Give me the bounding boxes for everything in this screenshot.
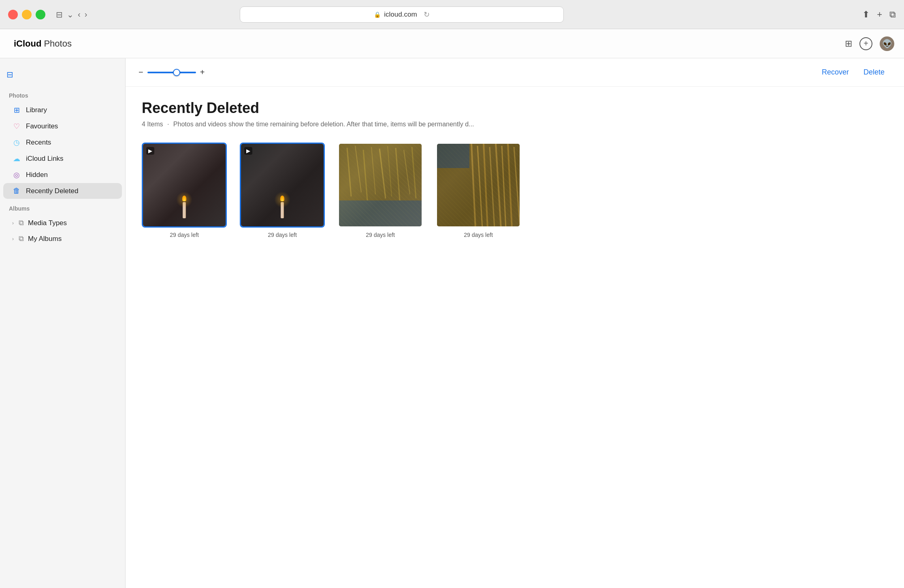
sidebar-chevron[interactable]: ⌄ bbox=[67, 10, 74, 19]
video-badge-1: ▶ bbox=[146, 147, 154, 155]
delete-button[interactable]: Delete bbox=[857, 66, 891, 79]
photo-item-3[interactable]: 29 days left bbox=[338, 143, 423, 238]
sidebar-item-favourites[interactable]: ♡ Favourites bbox=[3, 118, 122, 134]
photo-thumb-4[interactable] bbox=[436, 143, 521, 228]
sidebar-item-media-types[interactable]: › ⧉ Media Types bbox=[3, 215, 122, 231]
photo-bg-2 bbox=[241, 144, 324, 226]
close-button[interactable] bbox=[8, 10, 18, 19]
sidebar-item-my-albums[interactable]: › ⧉ My Albums bbox=[3, 231, 122, 247]
folder-icon-media: ⧉ bbox=[19, 219, 24, 227]
subtitle-desc: Photos and videos show the time remainin… bbox=[173, 121, 474, 128]
new-tab-button[interactable]: + bbox=[877, 9, 882, 20]
photo-thumb-1[interactable]: ▶ bbox=[142, 143, 227, 228]
hay-svg-3 bbox=[339, 144, 423, 228]
lock-icon: 🔒 bbox=[374, 11, 381, 18]
reload-button[interactable]: ↻ bbox=[424, 10, 430, 19]
recover-button[interactable]: Recover bbox=[815, 66, 855, 79]
library-icon: ⊞ bbox=[12, 106, 21, 115]
zoom-out-button[interactable]: − bbox=[139, 68, 143, 77]
sidebar-item-my-albums-label: My Albums bbox=[28, 235, 62, 243]
video-play-icon-1: ▶ bbox=[148, 148, 152, 154]
hay-svg-4 bbox=[437, 144, 521, 228]
sidebar: ⊟ Photos ⊞ Library ♡ Favourites ◷ Recent… bbox=[0, 58, 126, 588]
avatar[interactable]: 👽 bbox=[880, 36, 894, 51]
photo-label-3: 29 days left bbox=[366, 232, 395, 238]
photo-item-4[interactable]: 29 days left bbox=[436, 143, 521, 238]
sidebar-item-library[interactable]: ⊞ Library bbox=[3, 102, 122, 118]
svg-rect-12 bbox=[437, 144, 469, 168]
photo-thumb-2[interactable]: ▶ bbox=[240, 143, 325, 228]
zoom-slider[interactable] bbox=[147, 72, 196, 73]
sidebar-item-recents[interactable]: ◷ Recents bbox=[3, 134, 122, 151]
add-button[interactable]: + bbox=[859, 37, 872, 50]
sidebar-item-hidden[interactable]: ◎ Hidden bbox=[3, 167, 122, 183]
photo-thumb-3[interactable] bbox=[338, 143, 423, 228]
share-button[interactable]: ⬆ bbox=[862, 9, 870, 20]
trash-icon: 🗑 bbox=[12, 187, 21, 195]
photo-bg-4 bbox=[437, 144, 520, 226]
candle-scene-1 bbox=[182, 196, 186, 218]
subtitle-dot: · bbox=[167, 121, 169, 128]
minimize-button[interactable] bbox=[22, 10, 32, 19]
fullscreen-button[interactable] bbox=[36, 10, 45, 19]
photo-grid: ▶ 29 days left bbox=[142, 143, 888, 238]
candle-scene-2 bbox=[280, 196, 284, 218]
app-bar: iCloud Photos ⊞ + 👽 bbox=[0, 29, 904, 58]
tab-overview-button[interactable]: ⧉ bbox=[889, 9, 896, 20]
sidebar-item-recently-deleted[interactable]: 🗑 Recently Deleted bbox=[3, 183, 122, 199]
sidebar-toggle-icon[interactable]: ⊟ bbox=[6, 70, 13, 79]
section-title: Recently Deleted bbox=[142, 100, 888, 117]
video-badge-2: ▶ bbox=[244, 147, 252, 155]
content-area: − + Recover Delete Recently Deleted 4 It… bbox=[126, 58, 904, 588]
eye-slash-icon: ◎ bbox=[12, 170, 21, 179]
app-title-icloud: iCloud bbox=[14, 38, 41, 49]
photo-item-2[interactable]: ▶ 29 days left bbox=[240, 143, 325, 238]
chevron-right-icon: › bbox=[12, 220, 14, 226]
photo-inner-3 bbox=[339, 144, 422, 226]
traffic-lights bbox=[8, 10, 45, 19]
app-bar-right: ⊞ + 👽 bbox=[845, 36, 894, 51]
content-toolbar: − + Recover Delete bbox=[126, 58, 904, 87]
sidebar-item-icloud-links[interactable]: ☁ iCloud Links bbox=[3, 151, 122, 167]
cloud-icon: ☁ bbox=[12, 154, 21, 163]
sidebar-item-recents-label: Recents bbox=[26, 138, 51, 147]
candle-glow-1 bbox=[176, 192, 192, 208]
sidebar-item-media-types-label: Media Types bbox=[28, 219, 67, 227]
section-subtitle: 4 Items · Photos and videos show the tim… bbox=[142, 121, 888, 128]
photo-label-4: 29 days left bbox=[464, 232, 493, 238]
photo-item-1[interactable]: ▶ 29 days left bbox=[142, 143, 227, 238]
app-title-photos: Photos bbox=[44, 38, 72, 49]
photo-label-1: 29 days left bbox=[170, 232, 199, 238]
photo-inner-2: ▶ bbox=[241, 144, 324, 226]
sidebar-item-hidden-label: Hidden bbox=[26, 171, 48, 179]
sidebar-top: ⊟ bbox=[0, 66, 125, 86]
photos-section-label: Photos bbox=[0, 86, 125, 102]
grid-view-icon[interactable]: ⊞ bbox=[845, 38, 852, 49]
albums-section-label: Albums bbox=[0, 199, 125, 215]
sidebar-toggle-browser[interactable]: ⊟ bbox=[56, 10, 63, 19]
photo-bg-3 bbox=[339, 144, 422, 226]
folder-icon-albums: ⧉ bbox=[19, 234, 24, 243]
zoom-slider-thumb[interactable] bbox=[173, 69, 180, 76]
sidebar-item-icloud-links-label: iCloud Links bbox=[26, 155, 64, 163]
forward-button[interactable]: › bbox=[85, 10, 87, 19]
chevron-right-icon-albums: › bbox=[12, 236, 14, 242]
back-button[interactable]: ‹ bbox=[78, 10, 81, 19]
content-body: Recently Deleted 4 Items · Photos and vi… bbox=[126, 87, 904, 251]
photo-label-2: 29 days left bbox=[268, 232, 297, 238]
video-play-icon-2: ▶ bbox=[246, 148, 250, 154]
address-bar[interactable]: 🔒 icloud.com ↻ bbox=[240, 6, 564, 23]
avatar-emoji: 👽 bbox=[882, 39, 892, 49]
sidebar-item-recently-deleted-label: Recently Deleted bbox=[26, 187, 78, 195]
candle-glow-2 bbox=[274, 192, 290, 208]
zoom-controls: − + bbox=[139, 68, 205, 77]
browser-chrome: ⊟ ⌄ ‹ › 🔒 icloud.com ↻ ⬆ + ⧉ bbox=[0, 0, 904, 29]
svg-rect-1 bbox=[339, 200, 423, 228]
photo-inner-1: ▶ bbox=[143, 144, 226, 226]
url-text: icloud.com bbox=[384, 11, 417, 19]
sidebar-item-library-label: Library bbox=[26, 106, 47, 114]
main-layout: ⊟ Photos ⊞ Library ♡ Favourites ◷ Recent… bbox=[0, 58, 904, 588]
zoom-in-button[interactable]: + bbox=[200, 68, 205, 77]
app-title: iCloud Photos bbox=[10, 38, 72, 49]
heart-icon: ♡ bbox=[12, 122, 21, 131]
